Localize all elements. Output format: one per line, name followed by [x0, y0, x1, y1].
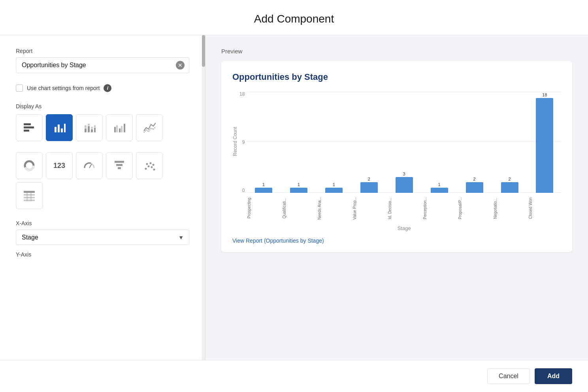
bar-wrap-0: 1	[247, 182, 280, 193]
svg-rect-9	[88, 126, 90, 132]
bar-4	[396, 177, 413, 193]
bar-wrap-5: 1	[423, 182, 456, 193]
bar-wrap-3: 2	[352, 177, 385, 193]
svg-rect-14	[94, 125, 96, 127]
x-label-2: Needs Ana...	[317, 194, 350, 222]
chart-type-table[interactable]	[16, 182, 43, 209]
bar-value-8: 18	[542, 92, 547, 97]
svg-rect-23	[115, 161, 124, 163]
report-clear-button[interactable]: ✕	[176, 61, 185, 70]
bar-value-5: 1	[438, 182, 441, 187]
svg-rect-0	[24, 123, 31, 125]
svg-rect-13	[94, 128, 96, 132]
xaxis-select[interactable]: Stage	[16, 230, 189, 245]
svg-rect-36	[24, 200, 35, 201]
chart-type-vertical-bar[interactable]	[46, 114, 73, 141]
chart-type-grid-row2: 123	[16, 152, 189, 179]
bar-wrap-4: 3	[388, 172, 420, 193]
display-as-label: Display As	[16, 103, 189, 109]
bar-wrap-8: 18	[528, 92, 561, 193]
svg-rect-19	[124, 124, 125, 132]
chart-type-stacked-bar[interactable]	[76, 114, 103, 141]
chart-type-funnel[interactable]	[106, 152, 133, 179]
xaxis-select-wrap: Stage ▼	[16, 230, 189, 245]
y-ticks: 18 9 0	[239, 90, 245, 193]
chart-type-grid-row1	[16, 114, 189, 141]
bar-value-6: 2	[473, 177, 475, 181]
view-report-link[interactable]: View Report (Opportunities by Stage)	[232, 237, 324, 244]
chart-type-gauge[interactable]	[76, 152, 103, 179]
chart-type-grid-row3	[16, 182, 189, 209]
svg-rect-17	[119, 128, 121, 132]
svg-rect-15	[114, 127, 116, 132]
svg-rect-16	[116, 125, 118, 132]
bars-row: 1112312218	[247, 90, 561, 193]
chart-bars-container: 1112312218 ProspectingQualificati...Need…	[247, 90, 561, 231]
chart-settings-row: Use chart settings from report i	[16, 84, 189, 92]
svg-rect-3	[55, 127, 57, 132]
bar-wrap-1: 1	[282, 182, 315, 193]
bar-wrap-6: 2	[458, 177, 491, 193]
chart-type-grouped-bar[interactable]	[106, 114, 133, 141]
x-axis-labels: ProspectingQualificati...Needs Ana...Val…	[247, 194, 561, 222]
modal-footer: Cancel Add	[0, 360, 588, 392]
scrollbar-thumb[interactable]	[202, 35, 205, 67]
report-input[interactable]	[16, 57, 189, 73]
x-label-4: Id. Decisio...	[388, 194, 420, 222]
svg-rect-7	[85, 128, 87, 132]
svg-point-27	[148, 166, 150, 168]
svg-rect-25	[118, 167, 121, 169]
yaxis-label: Y-Axis	[16, 251, 189, 258]
svg-rect-4	[58, 124, 60, 132]
x-label-5: Perception...	[423, 194, 456, 222]
svg-rect-34	[24, 194, 35, 196]
svg-rect-6	[64, 124, 66, 132]
chart-type-scatter[interactable]	[136, 152, 163, 179]
cancel-button[interactable]: Cancel	[487, 368, 530, 384]
chart-type-line[interactable]	[136, 114, 163, 141]
svg-rect-1	[24, 126, 34, 128]
svg-rect-24	[116, 164, 122, 166]
bar-1	[290, 188, 307, 193]
bar-wrap-7: 2	[493, 177, 526, 193]
svg-point-32	[153, 169, 155, 171]
bar-0	[255, 188, 272, 193]
number-icon-label: 123	[53, 162, 65, 170]
right-panel: Preview Opportunities by Stage Record Co…	[205, 35, 588, 360]
svg-point-28	[146, 163, 148, 165]
add-button[interactable]: Add	[535, 368, 572, 384]
svg-rect-35	[24, 197, 35, 198]
svg-rect-5	[61, 128, 63, 132]
bar-5	[431, 188, 448, 193]
chart-type-donut[interactable]	[16, 152, 43, 179]
chart-type-number[interactable]: 123	[46, 152, 73, 179]
x-axis-label: Stage	[247, 225, 561, 231]
chart-preview-title: Opportunities by Stage	[232, 72, 561, 82]
preview-card: Opportunities by Stage Record Count 18 9…	[221, 61, 572, 252]
bar-value-3: 2	[368, 177, 370, 181]
chart-settings-checkbox[interactable]	[16, 85, 23, 92]
y-tick-0: 0	[242, 188, 245, 193]
modal-title: Add Component	[0, 0, 588, 35]
report-label: Report	[16, 48, 189, 54]
bar-value-4: 3	[403, 172, 405, 176]
svg-rect-37	[27, 191, 27, 201]
bar-value-0: 1	[262, 182, 265, 187]
svg-rect-11	[91, 129, 93, 132]
xaxis-label: X-Axis	[16, 220, 189, 226]
svg-point-30	[150, 162, 152, 164]
svg-line-22	[89, 164, 92, 168]
svg-rect-10	[88, 124, 90, 126]
x-label-0: Prospecting	[247, 194, 280, 222]
x-label-6: Proposal/P...	[458, 194, 491, 222]
y-tick-9: 9	[242, 140, 245, 145]
left-panel: Report ✕ Use chart settings from report …	[0, 35, 205, 360]
svg-rect-12	[91, 127, 93, 129]
bar-6	[466, 182, 483, 193]
x-label-1: Qualificati...	[282, 194, 315, 222]
info-icon[interactable]: i	[104, 84, 111, 92]
chart-type-horizontal-bar[interactable]	[16, 114, 43, 141]
chart-grid-area: 1112312218	[247, 90, 561, 193]
y-axis-label: Record Count	[232, 90, 238, 193]
svg-rect-2	[24, 130, 29, 132]
